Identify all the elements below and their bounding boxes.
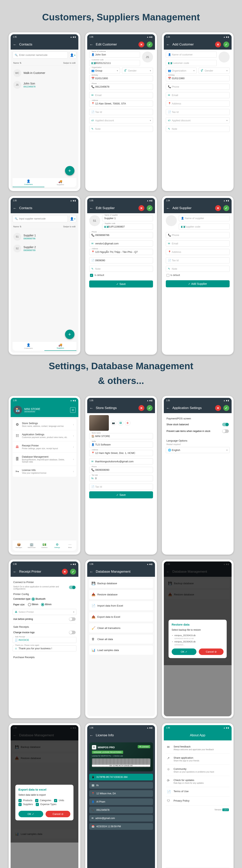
ok-button[interactable]: OK ✓ [19, 811, 43, 817]
change-logo-toggle[interactable]: Change invoice logo [12, 629, 76, 636]
setting-store[interactable]: ⚙Store SettingsStore name, address, cont… [12, 419, 76, 430]
close-button[interactable]: ✕ [138, 205, 144, 211]
sort-header[interactable]: Name ⇅ Swipe to edit [12, 61, 76, 66]
code-field[interactable]: ▮▯▮Customer code [166, 60, 217, 66]
toggle-switch[interactable] [69, 631, 76, 634]
name-field[interactable]: 👤Name of customer [166, 52, 217, 58]
cancel-button[interactable]: Cancel ⊘ [199, 649, 223, 655]
nav-more[interactable]: ⋯More [64, 540, 76, 551]
email-field[interactable]: ✉vendor1@gmail.com [89, 241, 153, 247]
fab-add[interactable]: + [65, 330, 75, 339]
sort-header[interactable]: Name ⇅Swipe to edit [12, 224, 76, 229]
back-icon[interactable]: ← [13, 206, 17, 211]
close-button[interactable]: ✕ [215, 205, 221, 211]
name-field[interactable]: Name of customer 👤John Son [89, 52, 140, 58]
note-field[interactable]: ✎Note [166, 266, 230, 272]
note-field[interactable]: ✎Note [89, 126, 153, 132]
file-option[interactable]: minipos_20230419.db [172, 633, 224, 638]
code-field[interactable]: ▮▯▮Supplier code [179, 224, 230, 230]
address-field[interactable]: Address 📍12 Alan Street, 70000, STA [89, 100, 153, 106]
check-expense[interactable]: ✓Expense Types [36, 803, 57, 806]
storename-field[interactable]: Store name🏠MINI STORE [89, 433, 153, 439]
code-field[interactable]: Customer code ▮▯▮00201212111 [89, 60, 140, 66]
check-categories[interactable]: ✓Categories [35, 799, 51, 802]
nav-cashbox[interactable]: 💵Cashbox [38, 540, 51, 551]
address-field[interactable]: 📍Address [166, 100, 230, 106]
phone-field[interactable]: Phone📞0809008090 [89, 467, 153, 473]
add-user-button[interactable]: 👤+ [69, 52, 76, 59]
nav-manages[interactable]: 📦Manages [12, 540, 25, 551]
tab-suppliers[interactable]: 🚚 Suppliers [45, 178, 76, 187]
tab-customers[interactable]: 👤Customers [12, 342, 45, 351]
confirm-button[interactable]: ✓ [147, 41, 153, 48]
about-community[interactable]: ☺CommunityShare us your questions or pro… [166, 765, 230, 776]
address-field[interactable]: Address📍123 Nguyễn Thị Thập - Tân Phú - … [89, 249, 153, 255]
gender-field[interactable]: ⚥Gender▾ [198, 68, 230, 74]
taxrate-field[interactable]: Tax rate%0 [89, 475, 153, 481]
taxid-field[interactable]: 📄Tax Id [166, 109, 230, 115]
radio-80mm[interactable] [41, 603, 44, 606]
ok-button[interactable]: OK ✓ [172, 649, 196, 655]
thank-you-field[interactable]: Thank you. Please come again☺Thank you f… [12, 645, 76, 651]
note-field[interactable]: ✎Note [89, 266, 153, 272]
name-field[interactable]: 👤Name of supplier [179, 215, 230, 221]
check-products[interactable]: ✓Products [19, 799, 32, 802]
phone-field[interactable]: 📞Phone [166, 232, 230, 238]
phone-field[interactable]: 📞Phone [166, 84, 230, 90]
tab-suppliers[interactable]: 🚚Suppliers [45, 342, 76, 351]
back-icon[interactable]: ← [89, 406, 93, 410]
connect-toggle[interactable] [69, 586, 76, 589]
toggle-stock-balanced[interactable]: Show stock balanced [166, 421, 230, 428]
birthday-field[interactable]: Birthday 📅01/01/1980 [166, 75, 230, 81]
setting-db[interactable]: 🗄Database ManagementBackup/Restore, Impo… [12, 453, 76, 466]
back-icon[interactable]: ← [89, 206, 93, 211]
close-button[interactable]: ✕ [215, 405, 221, 411]
store-avatar[interactable]: 🏪 [14, 406, 22, 414]
radio-58mm[interactable] [28, 603, 31, 606]
customer-row[interactable]: WC Walk-in Customer [12, 67, 76, 79]
fab-add[interactable]: + [65, 166, 75, 176]
toggle-switch[interactable] [222, 429, 229, 433]
org-field[interactable]: 👥Organization▾ [166, 68, 197, 74]
note-field[interactable]: ✎Note [166, 126, 230, 132]
back-icon[interactable]: ← [89, 569, 93, 574]
taxid-field[interactable]: 📄0909090 [89, 257, 153, 264]
email-field[interactable]: ✉Email [89, 92, 153, 98]
back-icon[interactable]: ← [13, 569, 17, 574]
add-user-button[interactable]: 👤+ [69, 215, 76, 222]
store-image[interactable] [89, 415, 109, 431]
name-field[interactable]: Name of supplierSupplier 1 [102, 215, 153, 221]
seller-field[interactable]: Seller👤TLS Software [89, 441, 153, 447]
camera-button[interactable]: 📷 [111, 420, 116, 426]
avatar-placeholder[interactable] [166, 215, 177, 226]
toggle-prevent-negative[interactable]: Prevent sale items when negative in stoc… [166, 428, 230, 434]
search-input[interactable]: 🔍 Enter customer name/code [12, 52, 68, 59]
back-icon[interactable]: ← [89, 42, 93, 47]
nav-warehouse[interactable]: 🏢Warehouse [25, 540, 38, 551]
language-select[interactable]: 🌐English▾ [166, 447, 230, 453]
setting-license[interactable]: 🗝License InfoView your registered licens… [12, 466, 76, 477]
discount-field[interactable]: 🏷Applied discount▾ [166, 117, 230, 123]
back-icon[interactable]: ← [89, 733, 93, 738]
db-load-samples[interactable]: 📊Load samples data [89, 646, 153, 655]
supplier-row[interactable]: S1 Supplier 10909898786 [12, 231, 76, 243]
avatar-placeholder[interactable] [219, 52, 230, 63]
nav-settings[interactable]: ⚙Settings [51, 540, 64, 551]
setting-printer[interactable]: 🖶Receipt PrinterPrinter settings, paper … [12, 441, 76, 453]
check-units[interactable]: ✓Units [54, 799, 64, 802]
address-field[interactable]: 📍Address [166, 249, 230, 255]
db-clean-all[interactable]: 🗑Clean all data [89, 634, 153, 644]
email-field[interactable]: ✉Email [166, 241, 230, 247]
ask-before-toggle[interactable]: Ask before printing [12, 615, 76, 623]
delete-image-button[interactable]: 🗑 [125, 420, 130, 426]
default-checkbox[interactable]: Is default [166, 272, 230, 279]
db-backup[interactable]: 💾Backup database [89, 579, 153, 588]
modal-overlay[interactable]: Restore data Select backup file to resto… [164, 561, 232, 716]
back-icon[interactable]: ← [166, 42, 170, 47]
confirm-button[interactable]: ✓ [223, 41, 229, 48]
birthday-field[interactable]: Birthday 📅01/01/1900 [89, 75, 153, 81]
code-field[interactable]: Supplier code▮▯▮SUP11090807 [102, 224, 153, 230]
avatar[interactable]: S1 [89, 215, 100, 226]
radio-bluetooth[interactable] [32, 597, 35, 601]
customer-row[interactable]: JS John Son 0912345678 [12, 79, 76, 91]
